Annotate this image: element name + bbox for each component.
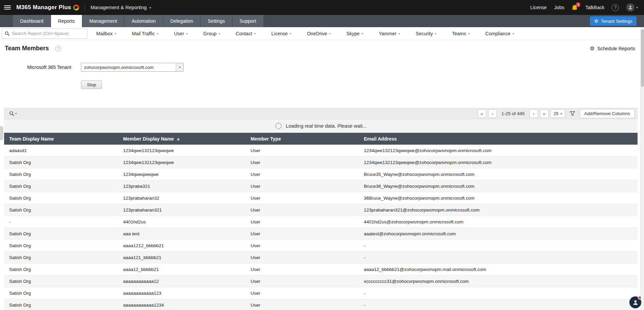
table-row[interactable]: Satish Org1234qweqweqweUserBruce35_Wayne… [4, 168, 638, 180]
module-selector[interactable]: Management & Reporting ▾ [90, 5, 151, 10]
table-cell: User [245, 243, 359, 248]
pagination-controls: « ‹ 1-25 of 445 › » 25 ▾ Add/Remove Colu… [478, 109, 634, 118]
tenant-settings-label: Tenant Settings [601, 19, 632, 24]
report-category-onedrive[interactable]: OneDrive▾ [307, 31, 331, 36]
app-logo[interactable]: M365 Manager Plus [16, 4, 79, 11]
chevron-down-icon: ▾ [290, 32, 291, 35]
column-header-member-type[interactable]: Member Type [245, 136, 359, 142]
table-cell: Satish Org [4, 184, 118, 189]
report-category-group[interactable]: Group▾ [203, 31, 220, 36]
table-cell: User [245, 172, 359, 177]
table-cell: 36Bruce_Wayne@zohocorpwsmopm.onmicrosoft… [359, 196, 638, 201]
table-row[interactable]: adaasd11234qwe132123qweqweUser1234qwe132… [4, 145, 638, 157]
schedule-reports-label: Schedule Reports [597, 46, 635, 51]
table-row[interactable]: Satish Orgaaaa1212_bbbbb21User- [4, 240, 638, 252]
notifications-button[interactable]: 3 [572, 4, 578, 11]
table-row[interactable]: Satish Orgaaa testUseraaatest@zohocorpws… [4, 228, 638, 240]
next-page-button[interactable]: › [529, 109, 538, 118]
table-cell: User [245, 184, 359, 189]
table-cell: aaa test [118, 231, 245, 236]
table-row[interactable]: Satish Orgaaaaaaaaaaaa12Userxccccccccc31… [4, 275, 638, 287]
prev-page-icon: ‹ [492, 111, 493, 116]
account-menu[interactable]: ▾ [626, 3, 638, 12]
filter-button[interactable] [570, 111, 575, 116]
table-cell: aaaaaaaaaaaa12 [118, 279, 245, 284]
report-search[interactable] [2, 29, 87, 39]
chevron-down-icon: ▾ [254, 32, 256, 35]
select-arrow-button[interactable]: ▾ [176, 63, 183, 71]
report-category-mailbox[interactable]: Mailbox▾ [96, 31, 116, 36]
loading-indicator: Loading real time data. Please wait... [4, 119, 638, 133]
report-category-skype[interactable]: Skype▾ [346, 31, 363, 36]
last-page-button[interactable]: » [540, 109, 548, 118]
table-row[interactable]: Satish Org123prabaharan32User36Bruce_Way… [4, 192, 638, 204]
tab-reports[interactable]: Reports [51, 15, 82, 27]
tab-settings[interactable]: Settings [201, 15, 233, 27]
table-cell: Satish Org [4, 243, 118, 248]
license-link[interactable]: License [530, 5, 547, 10]
search-icon [5, 31, 10, 36]
report-category-teams[interactable]: Teams▾ [452, 31, 470, 36]
column-header-member-display-name[interactable]: Member Display Name ▲ [118, 136, 245, 142]
scrollbar[interactable] [640, 27, 644, 310]
tab-support[interactable]: Support [233, 15, 264, 27]
help-button[interactable]: ? [612, 4, 619, 11]
table-row[interactable]: Satish Orgaaaa121_bbbbb21User- [4, 252, 638, 263]
report-grid: ▾ « ‹ 1-25 of 445 › » 25 ▾ Add/Remove Co… [4, 108, 638, 310]
page-size-select[interactable]: 25 ▾ [550, 109, 565, 118]
tab-delegation[interactable]: Delegation [163, 15, 201, 27]
tenant-settings-button[interactable]: ⚙ Tenant Settings [590, 16, 637, 26]
notification-dot [638, 296, 642, 299]
table-cell: xccccccccc31@zohocorpwsmopm.onmicrosoft.… [359, 279, 638, 284]
tenant-select-value: zohocorpwsmopm.onmicrosoft.com [84, 65, 153, 70]
prev-page-button[interactable]: ‹ [488, 109, 497, 118]
hamburger-menu-icon[interactable] [4, 5, 11, 10]
next-page-icon: › [533, 111, 535, 116]
report-category-yammer[interactable]: Yammer▾ [379, 31, 400, 36]
report-category-user[interactable]: User▾ [174, 31, 188, 36]
table-search-button[interactable]: ▾ [9, 111, 17, 116]
table-row[interactable]: Satish Org1234qwe132123qweqweUser1234qwe… [4, 157, 638, 168]
table-row[interactable]: Satish Orgaaaaaaaaaaaa123User- [4, 287, 638, 299]
tab-dashboard[interactable]: Dashboard [13, 15, 51, 27]
table-row[interactable]: Satish Org123prabaharan321User123prabaha… [4, 204, 638, 216]
table-row[interactable]: Satish Org123praba321UserBruce36_Wayne@z… [4, 180, 638, 192]
talkback-link[interactable]: TalkBack [585, 5, 604, 10]
table-row[interactable]: Satish Orgaaaaaaaaaaaa1234User- [4, 299, 638, 310]
add-remove-columns-button[interactable]: Add/Remove Columns [580, 109, 634, 118]
chevron-down-icon: ▾ [15, 112, 17, 115]
table-cell: aaatest@zohocorpwsmopm.onmicrosoft.com [359, 231, 638, 236]
table-cell: - [4, 219, 118, 224]
report-category-compliance[interactable]: Compliance▾ [485, 31, 514, 36]
support-chat-button[interactable] [629, 296, 641, 308]
first-page-button[interactable]: « [478, 109, 486, 118]
side-panel-toggle[interactable] [0, 126, 3, 140]
app-title: M365 Manager Plus [16, 4, 71, 11]
chevron-down-icon: ▾ [560, 112, 562, 115]
report-category-mail-traffic[interactable]: Mail Traffic▾ [132, 31, 158, 36]
report-category-security[interactable]: Security▾ [416, 31, 436, 36]
jobs-link[interactable]: Jobs [554, 5, 564, 10]
help-icon[interactable]: ? [55, 45, 61, 52]
chevron-down-icon: ▾ [399, 32, 400, 35]
report-category-contact[interactable]: Contact▾ [236, 31, 256, 36]
column-header-email-address[interactable]: Email Address [359, 136, 638, 142]
topbar: M365 Manager Plus Management & Reporting… [0, 0, 644, 15]
tab-management[interactable]: Management [82, 15, 125, 27]
table-cell: Satish Org [4, 207, 118, 213]
tab-automation[interactable]: Automation [124, 15, 163, 27]
scrollbar-thumb[interactable] [641, 29, 644, 87]
report-category-license[interactable]: License▾ [271, 31, 291, 36]
column-header-team-display-name[interactable]: Team Display Name [4, 136, 118, 142]
stop-button[interactable]: Stop [81, 80, 102, 89]
tenant-select[interactable]: zohocorpwsmopm.onmicrosoft.com ▾ [81, 63, 184, 72]
chevron-down-icon: ▾ [115, 32, 116, 35]
search-report-input[interactable] [12, 31, 84, 36]
table-row[interactable]: -4401hd2usUser4401hd2us@zohocorpwsmopm.o… [4, 216, 638, 228]
schedule-reports-button[interactable]: ⚙ Schedule Reports [590, 45, 635, 52]
table-cell: Satish Org [4, 231, 118, 236]
table-row[interactable]: Satish Orgaaaa12_bbbbb21Useraaaa12_bbbbb… [4, 263, 638, 275]
filter-funnel-icon [570, 111, 575, 116]
table-cell: User [245, 219, 359, 224]
user-avatar-icon [626, 3, 634, 12]
